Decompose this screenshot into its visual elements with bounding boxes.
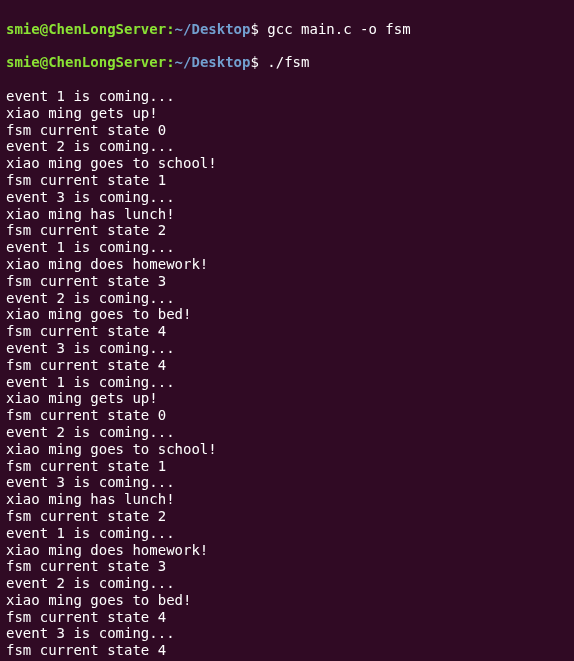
command-compile: gcc main.c -o fsm bbox=[267, 21, 410, 37]
output-line: event 1 is coming... bbox=[6, 525, 568, 542]
prompt-separator: : bbox=[166, 54, 174, 70]
output-line: fsm current state 2 bbox=[6, 222, 568, 239]
output-line: fsm current state 2 bbox=[6, 508, 568, 525]
prompt-symbol: $ bbox=[250, 54, 258, 70]
output-line: fsm current state 0 bbox=[6, 122, 568, 139]
output-line: event 2 is coming... bbox=[6, 575, 568, 592]
output-line: event 1 is coming... bbox=[6, 374, 568, 391]
output-line: xiao ming goes to school! bbox=[6, 441, 568, 458]
output-line: xiao ming does homework! bbox=[6, 542, 568, 559]
output-line: xiao ming goes to bed! bbox=[6, 306, 568, 323]
prompt-symbol: $ bbox=[250, 21, 258, 37]
output-line: fsm current state 0 bbox=[6, 407, 568, 424]
terminal-window[interactable]: smie@ChenLongServer:~/Desktop$ gcc main.… bbox=[6, 4, 568, 661]
output-line: fsm current state 4 bbox=[6, 609, 568, 626]
output-line: xiao ming gets up! bbox=[6, 105, 568, 122]
prompt-separator: : bbox=[166, 21, 174, 37]
prompt-path: ~/Desktop bbox=[175, 54, 251, 70]
prompt-user-host: smie@ChenLongServer bbox=[6, 54, 166, 70]
output-line: fsm current state 4 bbox=[6, 642, 568, 659]
output-line: fsm current state 3 bbox=[6, 558, 568, 575]
output-line: xiao ming has lunch! bbox=[6, 206, 568, 223]
output-line: fsm current state 3 bbox=[6, 273, 568, 290]
output-line: fsm current state 4 bbox=[6, 323, 568, 340]
output-line: fsm current state 1 bbox=[6, 172, 568, 189]
output-line: fsm current state 4 bbox=[6, 357, 568, 374]
output-line: event 1 is coming... bbox=[6, 239, 568, 256]
output-line: xiao ming gets up! bbox=[6, 390, 568, 407]
output-line: event 2 is coming... bbox=[6, 424, 568, 441]
output-line: event 1 is coming... bbox=[6, 88, 568, 105]
output-line: event 2 is coming... bbox=[6, 290, 568, 307]
output-line: event 3 is coming... bbox=[6, 189, 568, 206]
output-line: event 3 is coming... bbox=[6, 474, 568, 491]
output-container: event 1 is coming...xiao ming gets up!fs… bbox=[6, 88, 568, 661]
output-line: event 3 is coming... bbox=[6, 340, 568, 357]
output-line: fsm current state 1 bbox=[6, 458, 568, 475]
prompt-line-2: smie@ChenLongServer:~/Desktop$ ./fsm bbox=[6, 54, 568, 71]
output-line: xiao ming goes to school! bbox=[6, 155, 568, 172]
command-run: ./fsm bbox=[267, 54, 309, 70]
output-line: xiao ming goes to bed! bbox=[6, 592, 568, 609]
output-line: xiao ming does homework! bbox=[6, 256, 568, 273]
output-line: xiao ming has lunch! bbox=[6, 491, 568, 508]
output-line: event 3 is coming... bbox=[6, 625, 568, 642]
prompt-path: ~/Desktop bbox=[175, 21, 251, 37]
prompt-user-host: smie@ChenLongServer bbox=[6, 21, 166, 37]
output-line: event 2 is coming... bbox=[6, 138, 568, 155]
prompt-line-1: smie@ChenLongServer:~/Desktop$ gcc main.… bbox=[6, 21, 568, 38]
